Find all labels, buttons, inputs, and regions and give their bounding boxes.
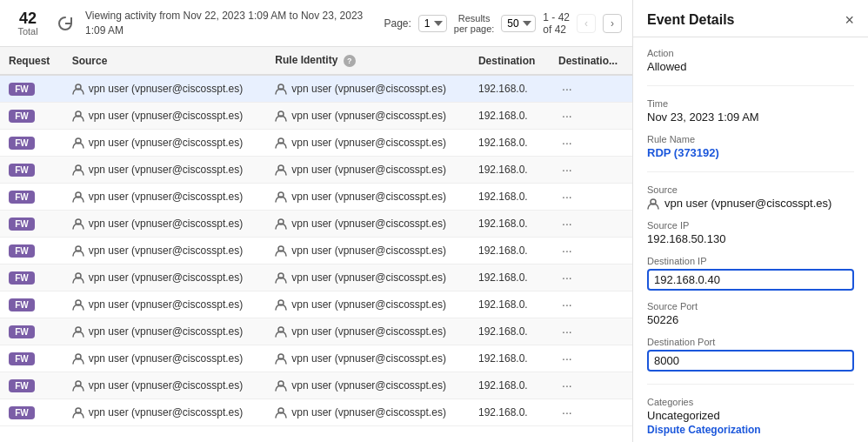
rule-text: vpn user (vpnuser@ciscosspt.es) [291, 191, 446, 203]
cell-dest: 192.168.0. [470, 318, 550, 345]
cell-source: vpn user (vpnuser@ciscosspt.es) [63, 75, 267, 103]
dest-port-label: Destination Port [647, 337, 854, 347]
cell-rule: vpn user (vpnuser@ciscosspt.es) [266, 157, 470, 184]
fw-badge: FW [9, 244, 35, 258]
rule-text: vpn user (vpnuser@ciscosspt.es) [291, 110, 446, 122]
table-row[interactable]: FW vpn user (vpnuser@ciscosspt.es) [0, 399, 632, 426]
table-row[interactable]: FW vpn user (vpnuser@ciscosspt.es) [0, 211, 632, 238]
panel-body: Action Allowed Time Nov 23, 2023 1:09 AM… [633, 37, 868, 442]
rule-text: vpn user (vpnuser@ciscosspt.es) [291, 298, 446, 311]
table-row[interactable]: FW vpn user (vpnuser@ciscosspt.es) [0, 291, 632, 318]
rule-text: vpn user (vpnuser@ciscosspt.es) [291, 352, 446, 365]
prev-page-button[interactable]: ‹ [577, 14, 596, 33]
next-page-button[interactable]: › [603, 14, 622, 33]
source-text: vpn user (vpnuser@ciscosspt.es) [89, 406, 244, 419]
source-user-icon [72, 352, 84, 365]
dest-text: 192.168.0. [478, 164, 528, 176]
rule-text: vpn user (vpnuser@ciscosspt.es) [291, 164, 446, 176]
cell-rule: vpn user (vpnuser@ciscosspt.es) [266, 399, 470, 426]
more-options-button[interactable]: ··· [558, 244, 576, 258]
cell-more: ··· [550, 399, 632, 426]
page-select[interactable]: 1 [418, 15, 447, 32]
cell-badge: FW [0, 265, 63, 291]
page-range: 1 - 42 of 42 [543, 11, 570, 36]
results-line1: Results [458, 13, 491, 23]
table-row[interactable]: FW vpn user (vpnuser@ciscosspt.es) [0, 75, 632, 103]
more-options-button[interactable]: ··· [558, 109, 576, 123]
source-user-icon [647, 198, 659, 210]
source-text: vpn user (vpnuser@ciscosspt.es) [89, 244, 244, 257]
rule-text: vpn user (vpnuser@ciscosspt.es) [291, 244, 446, 257]
rule-user-icon [275, 298, 287, 311]
cell-more: ··· [550, 345, 632, 372]
more-options-button[interactable]: ··· [558, 378, 576, 392]
cell-source: vpn user (vpnuser@ciscosspt.es) [63, 318, 267, 345]
cell-dest: 192.168.0. [470, 157, 550, 184]
cell-more: ··· [550, 103, 632, 130]
fw-badge: FW [9, 352, 35, 365]
rule-user-icon [275, 191, 287, 203]
cell-badge: FW [0, 103, 63, 130]
table-row[interactable]: FW vpn user (vpnuser@ciscosspt.es) [0, 130, 632, 157]
rule-name-field: Rule Name RDP (373192) [647, 134, 854, 159]
dispute-link[interactable]: Dispute Categorization [647, 424, 854, 436]
more-options-button[interactable]: ··· [558, 298, 576, 311]
main-area: 42 Total Viewing activity from Nov 22, 2… [0, 0, 633, 442]
table-row[interactable]: FW vpn user (vpnuser@ciscosspt.es) [0, 157, 632, 184]
rule-identity-help-icon[interactable]: ? [344, 55, 356, 67]
more-options-button[interactable]: ··· [558, 163, 576, 177]
more-options-button[interactable]: ··· [558, 271, 576, 285]
more-options-button[interactable]: ··· [558, 190, 576, 204]
source-port-value: 50226 [647, 313, 854, 326]
cell-rule: vpn user (vpnuser@ciscosspt.es) [266, 184, 470, 211]
table-row[interactable]: FW vpn user (vpnuser@ciscosspt.es) [0, 318, 632, 345]
cell-badge: FW [0, 291, 63, 318]
cell-source: vpn user (vpnuser@ciscosspt.es) [63, 157, 267, 184]
rule-user-icon [275, 110, 287, 122]
more-options-button[interactable]: ··· [558, 352, 576, 365]
source-text: vpn user (vpnuser@ciscosspt.es) [89, 137, 244, 149]
table-container: Request Source Rule Identity ? Destinati… [0, 47, 632, 442]
cell-badge: FW [0, 211, 63, 238]
rule-text: vpn user (vpnuser@ciscosspt.es) [291, 137, 446, 149]
cell-dest: 192.168.0. [470, 211, 550, 238]
col-source: Source [63, 47, 267, 75]
table-row[interactable]: FW vpn user (vpnuser@ciscosspt.es) [0, 265, 632, 291]
table-row[interactable]: FW vpn user (vpnuser@ciscosspt.es) [0, 184, 632, 211]
fw-badge: FW [9, 110, 35, 123]
viewing-text: Viewing activity from Nov 22, 2023 1:09 … [85, 9, 373, 38]
table-row[interactable]: FW vpn user (vpnuser@ciscosspt.es) [0, 103, 632, 130]
refresh-button[interactable] [56, 14, 75, 33]
close-panel-button[interactable]: × [845, 12, 854, 28]
rule-text: vpn user (vpnuser@ciscosspt.es) [291, 218, 446, 230]
rule-text: vpn user (vpnuser@ciscosspt.es) [291, 325, 446, 338]
source-text: vpn user (vpnuser@ciscosspt.es) [89, 352, 244, 365]
dest-port-field: Destination Port 8000 [647, 337, 854, 372]
table-row[interactable]: FW vpn user (vpnuser@ciscosspt.es) [0, 238, 632, 265]
rule-user-icon [275, 83, 287, 95]
rule-name-value[interactable]: RDP (373192) [647, 146, 854, 159]
more-options-button[interactable]: ··· [558, 82, 576, 96]
rule-text: vpn user (vpnuser@ciscosspt.es) [291, 271, 446, 284]
rule-name-label: Rule Name [647, 134, 854, 144]
table-row[interactable]: FW vpn user (vpnuser@ciscosspt.es) [0, 372, 632, 399]
fw-badge: FW [9, 271, 35, 285]
table-header-row: Request Source Rule Identity ? Destinati… [0, 47, 632, 75]
more-options-button[interactable]: ··· [558, 325, 576, 338]
cell-source: vpn user (vpnuser@ciscosspt.es) [63, 130, 267, 157]
cell-rule: vpn user (vpnuser@ciscosspt.es) [266, 372, 470, 399]
more-options-button[interactable]: ··· [558, 405, 576, 419]
rule-text: vpn user (vpnuser@ciscosspt.es) [291, 83, 446, 95]
table-row[interactable]: FW vpn user (vpnuser@ciscosspt.es) [0, 345, 632, 372]
cell-badge: FW [0, 157, 63, 184]
source-user-icon [72, 271, 84, 284]
more-options-button[interactable]: ··· [558, 217, 576, 231]
cell-badge: FW [0, 238, 63, 265]
source-user-icon [72, 218, 84, 230]
dest-text: 192.168.0. [478, 325, 528, 338]
cell-rule: vpn user (vpnuser@ciscosspt.es) [266, 211, 470, 238]
col-destination-port: Destinatio... [550, 47, 632, 75]
more-options-button[interactable]: ··· [558, 136, 576, 150]
cell-dest: 192.168.0. [470, 130, 550, 157]
results-per-page-select[interactable]: 50 [501, 15, 536, 32]
